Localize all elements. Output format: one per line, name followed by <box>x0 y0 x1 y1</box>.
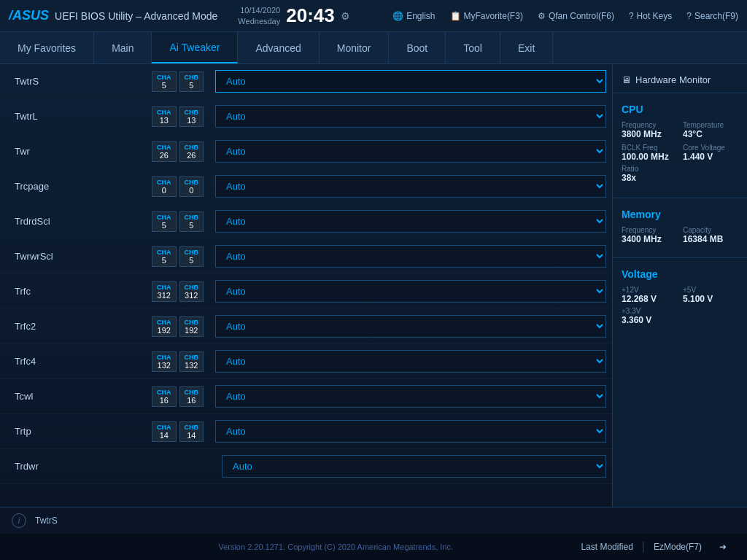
channel-group: CHA 13 CHB 13 <box>152 106 204 127</box>
channel-group: CHA 0 CHB 0 <box>152 176 204 197</box>
tab-ai-tweaker[interactable]: Ai Tweaker <box>152 32 238 63</box>
channel-a-badge: CHA 5 <box>152 211 177 232</box>
table-row: Trdwr Auto <box>0 449 612 484</box>
auto-dropdown[interactable]: Auto <box>215 245 606 268</box>
setting-name: Trdwr <box>0 461 146 472</box>
favorite-icon: 📋 <box>450 11 461 21</box>
footer-actions: Last Modified | EzMode(F7) ➜ <box>572 539 735 555</box>
setting-control: Auto <box>215 70 606 93</box>
date-display: 10/14/2020 Wednesday <box>238 5 280 26</box>
tab-main[interactable]: Main <box>94 32 152 63</box>
setting-name: Tcwl <box>0 391 146 402</box>
tab-monitor[interactable]: Monitor <box>320 32 390 63</box>
setting-name: TwrwrScl <box>0 251 146 262</box>
setting-control: Auto <box>215 350 606 373</box>
table-row: TrdrdScl CHA 5 CHB 5 Auto <box>0 204 612 239</box>
footer: i TwtrS Version 2.20.1271. Copyright (C)… <box>0 507 747 560</box>
auto-dropdown[interactable]: Auto <box>215 315 606 338</box>
setting-control: Auto <box>215 385 606 408</box>
setting-name: TwtrL <box>0 111 146 122</box>
qfan-button[interactable]: ⚙ Qfan Control(F6) <box>538 11 614 21</box>
channel-b-badge: CHB 192 <box>179 316 204 337</box>
search-icon: ? <box>686 11 692 21</box>
ez-mode-icon: ➜ <box>711 539 735 555</box>
auto-dropdown[interactable]: Auto <box>215 420 606 443</box>
channel-b-badge: CHB 14 <box>179 421 204 442</box>
bios-title: UEFI BIOS Utility – Advanced Mode <box>55 10 217 22</box>
my-favorite-button[interactable]: 📋 MyFavorite(F3) <box>450 11 523 21</box>
auto-dropdown[interactable]: Auto <box>215 175 606 198</box>
monitor-icon: 🖥 <box>622 74 631 85</box>
table-row: Trcpage CHA 0 CHB 0 Auto <box>0 169 612 204</box>
auto-dropdown[interactable]: Auto <box>215 140 606 163</box>
setting-name: Trtp <box>0 426 146 437</box>
language-selector[interactable]: 🌐 English <box>392 11 435 21</box>
tab-my-favorites[interactable]: My Favorites <box>0 32 94 63</box>
setting-name: Trfc <box>0 286 146 297</box>
hotkeys-button[interactable]: ? Hot Keys <box>629 11 672 21</box>
table-row: TwtrL CHA 13 CHB 13 Auto <box>0 99 612 134</box>
setting-name: Trfc4 <box>0 356 146 367</box>
channel-group: CHA 14 CHB 14 <box>152 421 204 442</box>
auto-dropdown[interactable]: Auto <box>215 280 606 303</box>
settings-panel: TwtrS CHA 5 CHB 5 Auto TwtrL CH <box>0 64 612 507</box>
channel-b-badge: CHB 13 <box>179 106 204 127</box>
setting-control: Auto <box>215 175 606 198</box>
hw-monitor-title: 🖥 Hardware Monitor <box>613 70 747 93</box>
tab-tool[interactable]: Tool <box>446 32 500 63</box>
tab-boot[interactable]: Boot <box>389 32 446 63</box>
auto-dropdown[interactable]: Auto <box>215 385 606 408</box>
search-button[interactable]: ? Search(F9) <box>686 11 738 21</box>
table-row: Trtp CHA 14 CHB 14 Auto <box>0 414 612 449</box>
setting-name: TwtrS <box>0 76 146 87</box>
channel-group: CHA 26 CHB 26 <box>152 141 204 162</box>
voltage-33v: +3.3V 3.360 V <box>622 307 738 325</box>
channel-a-badge: CHA 192 <box>152 316 177 337</box>
setting-control: Auto <box>215 280 606 303</box>
clock-section: 10/14/2020 Wednesday 20:43 ⚙ <box>238 4 349 27</box>
channel-b-badge: CHB 5 <box>179 211 204 232</box>
memory-frequency: Frequency 3400 MHz <box>622 226 677 244</box>
voltage-stats-grid: +12V 12.268 V +5V 5.100 V <box>622 286 738 304</box>
cpu-temperature: Temperature 43°C <box>683 121 738 139</box>
channel-group: CHA 16 CHB 16 <box>152 386 204 407</box>
table-row: Trfc CHA 312 CHB 312 Auto <box>0 274 612 309</box>
settings-table: TwtrS CHA 5 CHB 5 Auto TwtrL CH <box>0 64 612 484</box>
cpu-section-title: CPU <box>622 104 738 115</box>
ez-mode-button[interactable]: EzMode(F7) <box>645 539 711 555</box>
tab-advanced[interactable]: Advanced <box>238 32 319 63</box>
channel-b-badge: CHB 312 <box>179 281 204 302</box>
voltage-section: Voltage +12V 12.268 V +5V 5.100 V +3.3V … <box>613 264 747 334</box>
table-row: Twr CHA 26 CHB 26 Auto <box>0 134 612 169</box>
globe-icon: 🌐 <box>392 11 403 21</box>
last-modified-button[interactable]: Last Modified <box>572 539 641 555</box>
cpu-ratio: Ratio 38x <box>622 165 738 183</box>
channel-a-badge: CHA 16 <box>152 386 177 407</box>
hardware-monitor-panel: 🖥 Hardware Monitor CPU Frequency 3800 MH… <box>612 64 747 507</box>
channel-a-badge: CHA 132 <box>152 351 177 372</box>
auto-dropdown[interactable]: Auto <box>215 70 606 93</box>
tab-exit[interactable]: Exit <box>500 32 553 63</box>
table-row: TwrwrScl CHA 5 CHB 5 Auto <box>0 239 612 274</box>
voltage-5v: +5V 5.100 V <box>683 286 738 304</box>
channel-b-badge: CHB 16 <box>179 386 204 407</box>
auto-dropdown[interactable]: Auto <box>215 210 606 233</box>
header-bar: /ASUS UEFI BIOS Utility – Advanced Mode … <box>0 0 747 32</box>
cpu-stats-grid: Frequency 3800 MHz Temperature 43°C BCLK… <box>622 121 738 162</box>
settings-icon[interactable]: ⚙ <box>341 10 350 22</box>
setting-control: Auto <box>222 455 606 478</box>
setting-control: Auto <box>215 420 606 443</box>
fan-icon: ⚙ <box>538 11 546 21</box>
channel-group: CHA 192 CHB 192 <box>152 316 204 337</box>
channel-a-badge: CHA 26 <box>152 141 177 162</box>
asus-brand: /ASUS <box>9 8 49 23</box>
auto-dropdown[interactable]: Auto <box>215 105 606 128</box>
channel-b-badge: CHB 26 <box>179 141 204 162</box>
auto-dropdown[interactable]: Auto <box>222 455 606 478</box>
channel-a-badge: CHA 13 <box>152 106 177 127</box>
channel-a-badge: CHA 312 <box>152 281 177 302</box>
setting-control: Auto <box>215 245 606 268</box>
auto-dropdown[interactable]: Auto <box>215 350 606 373</box>
table-row: Tcwl CHA 16 CHB 16 Auto <box>0 379 612 414</box>
setting-control: Auto <box>215 315 606 338</box>
